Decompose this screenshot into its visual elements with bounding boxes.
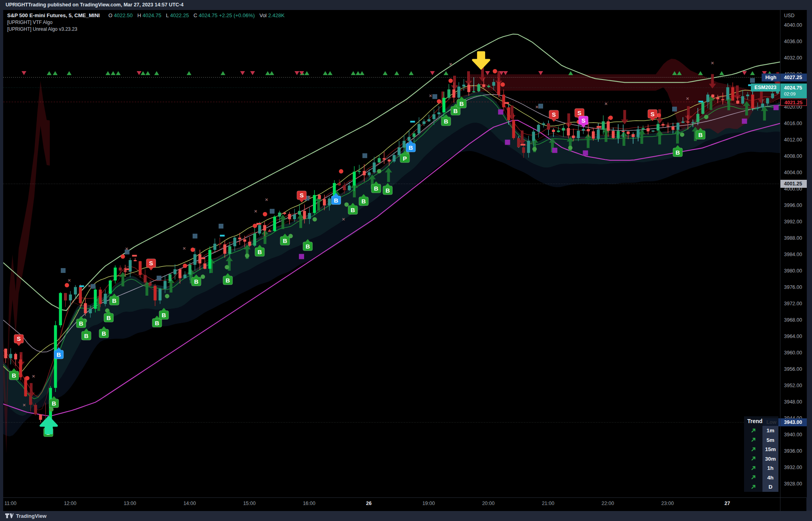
- candle-body: [378, 158, 380, 163]
- candle-body: [114, 268, 117, 280]
- steel-square-marker: [91, 284, 96, 289]
- candle-body: [189, 265, 191, 274]
- candle-body: [482, 84, 485, 87]
- candle-body: [233, 238, 236, 247]
- price-tick-label: 3976.00: [780, 284, 807, 290]
- up-triangle-signal-icon: [719, 71, 724, 75]
- candle-body: [637, 129, 639, 137]
- level-price-label: 4001.25: [780, 180, 807, 188]
- bearish-flow-arrow-icon: [451, 76, 458, 90]
- up-triangle-signal-icon: [394, 71, 399, 75]
- red-dash-marker: [257, 223, 261, 225]
- x-cross-marker: ×: [265, 197, 268, 203]
- red-dash-marker: [201, 257, 205, 259]
- candle-body: [213, 244, 216, 250]
- candle-body: [677, 123, 679, 130]
- candle-body: [328, 199, 330, 205]
- candle-body: [104, 294, 107, 304]
- candle-body: [418, 124, 420, 133]
- price-tick-label: 3980.00: [780, 268, 807, 274]
- svg-text:B: B: [12, 372, 16, 379]
- down-triangle-signal-icon: [742, 71, 747, 75]
- purple-square-marker: [552, 148, 557, 153]
- price-axis[interactable]: USD 4040.004036.004032.004028.004024.004…: [780, 10, 807, 497]
- candle-body: [627, 131, 629, 134]
- candle-body: [373, 163, 376, 173]
- x-cross-marker: ×: [23, 402, 26, 408]
- sell-signal-tag: S: [297, 191, 306, 203]
- candle-body: [497, 82, 500, 95]
- candle-body: [681, 121, 684, 123]
- candle-body: [223, 245, 226, 254]
- up-triangle-signal-icon: [269, 71, 274, 75]
- time-axis[interactable]: 11:0012:0013:0014:0015:0016:002619:0020:…: [3, 497, 806, 511]
- svg-text:B: B: [699, 131, 703, 138]
- candle-body: [402, 141, 405, 147]
- ohlc-value: 4022.50: [114, 12, 133, 18]
- green-dot-marker: [532, 147, 537, 151]
- candle-body: [149, 282, 151, 286]
- trend-row-1h: 1h: [744, 463, 778, 473]
- candle-body: [522, 147, 525, 153]
- candle-body: [412, 133, 415, 137]
- red-dot-marker: [191, 248, 195, 252]
- candle-body: [99, 290, 102, 304]
- candlestick-chart[interactable]: ××××××××××××××××BBBBBBBBBBBBBBBBBBBBBBBB…: [3, 10, 780, 497]
- candle-body: [761, 103, 764, 107]
- candle-body: [766, 98, 769, 103]
- candle-body: [353, 172, 356, 186]
- up-triangle-signal-icon: [409, 71, 414, 75]
- candle-body: [697, 114, 699, 122]
- x-cross-marker: ×: [711, 60, 714, 66]
- steel-square-marker: [219, 224, 223, 229]
- candle-body: [283, 213, 286, 214]
- tradingview-logo-icon[interactable]: [5, 513, 14, 519]
- candle-body: [492, 82, 495, 86]
- candle-body: [179, 269, 181, 278]
- candle-body: [293, 215, 296, 219]
- candle-body: [711, 95, 714, 97]
- candle-body: [263, 225, 266, 231]
- trend-timeframe-label: D: [762, 482, 778, 492]
- trend-rows: 1m5m15m30m1h4hD: [744, 426, 778, 492]
- svg-text:B: B: [226, 277, 230, 284]
- candle-body: [597, 129, 599, 138]
- svg-text:B: B: [79, 320, 84, 327]
- candle-body: [159, 289, 161, 300]
- trend-up-arrow-icon: [744, 426, 762, 435]
- x-cross-marker: ×: [88, 283, 91, 289]
- candle-body: [74, 287, 77, 294]
- candle-body: [457, 87, 460, 98]
- chart-canvas[interactable]: ××××××××××××××××BBBBBBBBBBBBBBBBBBBBBBBB…: [3, 10, 780, 497]
- green-dot-marker: [680, 132, 685, 137]
- candle-body: [547, 123, 550, 130]
- trend-row-30m: 30m: [744, 454, 778, 464]
- x-cross-marker: ×: [125, 246, 128, 252]
- candle-body: [338, 183, 340, 185]
- steel-square-marker: [750, 78, 755, 83]
- candle-body: [746, 95, 749, 96]
- price-tick-label: 3940.00: [780, 432, 807, 438]
- tradingview-brand-label[interactable]: TradingView: [16, 513, 46, 519]
- candle-body: [736, 101, 739, 104]
- ohlc-value: O: [108, 12, 112, 18]
- trend-timeframe-label: 30m: [762, 454, 778, 464]
- time-axis-label: 20:00: [482, 501, 494, 506]
- session-low-price-label: 3943.00: [780, 418, 807, 426]
- green-dot-marker: [225, 265, 229, 269]
- x-cross-marker: ×: [308, 194, 311, 200]
- candle-body: [59, 293, 62, 325]
- candle-body: [94, 290, 97, 309]
- up-triangle-signal-icon: [304, 71, 309, 75]
- session-high-price-label: 4027.25: [780, 74, 807, 82]
- svg-text:B: B: [306, 243, 310, 250]
- trend-timeframe-label: 1m: [762, 426, 778, 435]
- candle-body: [69, 294, 72, 300]
- time-axis-label: 11:00: [4, 501, 16, 506]
- svg-text:B: B: [52, 400, 56, 407]
- red-dash-marker: [504, 102, 509, 103]
- svg-text:B: B: [102, 330, 106, 337]
- candle-body: [268, 231, 271, 232]
- up-triangle-signal-icon: [67, 71, 72, 75]
- ohlc-value: 4024.75: [199, 12, 217, 18]
